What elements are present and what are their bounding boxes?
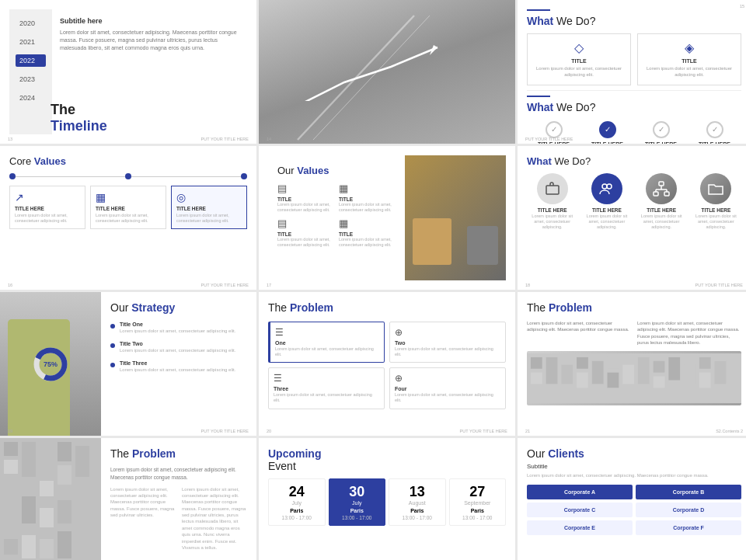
client-b[interactable]: Corporate B [636, 485, 741, 499]
dot-line-2 [131, 176, 241, 177]
year-2021[interactable]: 2021 [16, 36, 46, 48]
clients-label: Clients [548, 447, 584, 460]
svg-rect-24 [608, 372, 619, 388]
strategy-item-1: Title One Lorem ipsum dolor sit amet, co… [110, 322, 247, 335]
svg-rect-43 [4, 500, 18, 523]
problem-large-photo [0, 438, 101, 560]
footer-put: PUT YOUR TITLE HERE [201, 137, 249, 141]
icon-text-1: Lorem ipsum dolor sit amet, consectetuer… [532, 66, 626, 78]
client-e[interactable]: Corporate E [527, 520, 633, 535]
footer-put-20: PUT YOUR TITLE HERE [460, 429, 507, 433]
check-circle-2: ✓ [599, 121, 616, 138]
chart-icon: ▦ [96, 191, 161, 203]
stairs-photo [259, 0, 515, 144]
briefcase-icon [544, 180, 561, 197]
problem-icon-2: ⊕ [395, 327, 500, 338]
what-title-2: What We Do? [527, 101, 741, 113]
circle-item-2: TITLE HERE Lorem ipsum dolor sit amet, c… [581, 173, 632, 230]
svg-rect-39 [40, 481, 54, 496]
donut-chart: 75% [31, 345, 70, 384]
event-city-3: Paris [394, 508, 441, 513]
footer-put-19: PUT YOUR TITLE HERE [201, 429, 249, 433]
the3-label: The [527, 301, 546, 314]
year-2022[interactable]: 2022 [16, 54, 46, 67]
client-d[interactable]: Corporate D [636, 503, 741, 517]
icon-card-1: ◇ TITLE Lorem ipsum dolor sit amet, cons… [527, 33, 631, 85]
events-row: 24 July Paris 13:00 - 17:00 30 July Pari… [268, 478, 506, 526]
svg-rect-23 [608, 357, 619, 368]
s-title-2: Title Two [120, 341, 235, 346]
prob2-text1: Lorem ipsum dolor sit amet, consectetuer… [527, 320, 631, 333]
strategy-item-2: Title Two Lorem ipsum dolor sit amet, co… [110, 341, 247, 354]
footer-s2-21: S2.Contents 2 [716, 429, 743, 433]
cell-upcoming-event: Upcoming Event 24 July Paris 13:00 - 17:… [259, 438, 515, 560]
prob2-col1: Lorem ipsum dolor sit amet, consectetuer… [527, 320, 631, 346]
s-text-2: Lorem ipsum dolor sit amet, consectetuer… [120, 348, 235, 354]
blue-divider-2 [527, 96, 550, 97]
problem-label-3: Three [274, 386, 379, 391]
year-2020[interactable]: 2020 [16, 17, 46, 30]
dot-1 [9, 173, 16, 179]
strategy-item-content-1: Title One Lorem ipsum dolor sit amet, co… [120, 322, 235, 335]
circ-title-4: TITLE HERE [691, 207, 741, 213]
what-we-do-checks-section: What We Do? ✓ TITLE HERE Lorem ipsum dol… [527, 90, 741, 144]
check-title-3: TITLE HERE [634, 141, 688, 144]
value-card-2: ▦ TITLE HERE Lorem ipsum dolor sit amet,… [90, 186, 166, 229]
problem-item-2: ⊕ Two Lorem ipsum dolor sit amet, consec… [389, 322, 506, 363]
svg-rect-21 [577, 372, 588, 388]
cell-footer-13: 13 [8, 137, 12, 141]
client-c[interactable]: Corporate C [527, 503, 633, 517]
cell-core-values: Core Values ↗ TITLE HERE Lorem ipsum dol… [0, 146, 256, 290]
timeline-the: The [51, 102, 75, 117]
check-item-2: ✓ TITLE HERE Lorem ipsum dolor sit amet [580, 121, 634, 144]
event-city-2: Paris [334, 508, 381, 513]
svg-rect-25 [622, 364, 634, 384]
problem3-label: Problem [132, 447, 176, 460]
val-icon-2: ▦ [339, 183, 348, 194]
clients-heading: Our Clients [527, 447, 741, 460]
svg-rect-17 [531, 372, 542, 384]
cell-what-we-do-circles: What We Do? TITLE HERE Lorem ipsum dolor… [518, 146, 746, 290]
event-day-3: 13 [394, 484, 441, 500]
timeline-content: Subtitle here Lorem dolor sit amet, cons… [52, 9, 247, 134]
event-card-2[interactable]: 30 July Paris 13:00 - 17:00 [329, 478, 386, 526]
event-city-1: Paris [274, 508, 320, 513]
the2-label: The [268, 301, 287, 314]
year-2023[interactable]: 2023 [16, 73, 46, 85]
cell-num-18: 18 [525, 283, 530, 287]
event-card-3[interactable]: 13 August Paris 13:00 - 17:00 [389, 478, 446, 526]
problem-item-4: ⊕ Four Lorem ipsum dolor sit amet, conse… [389, 367, 506, 409]
circ-1 [537, 173, 568, 204]
event-card-1[interactable]: 24 July Paris 13:00 - 17:00 [268, 478, 326, 526]
diamond-icon-1: ◇ [532, 40, 626, 55]
what2-rest: We Do? [554, 155, 591, 167]
values-label: Values [297, 165, 329, 176]
client-f[interactable]: Corporate F [636, 520, 741, 535]
cell-num-17: 17 [267, 283, 271, 287]
problem-label-1: One [275, 340, 379, 346]
values-grid: ▤ TITLE Lorem ipsum dolor sit amet, cons… [277, 183, 396, 249]
problem2-label: Problem [549, 301, 592, 314]
event-city-4: Paris [455, 508, 501, 513]
clients-grid: Corporate A Corporate B Corporate C Corp… [527, 485, 741, 535]
client-a[interactable]: Corporate A [527, 485, 633, 499]
footer-put-16: PUT YOUR TITLE HERE [201, 283, 249, 287]
what-we-do-icons-section: What We Do? ◇ TITLE Lorem ipsum dolor si… [527, 9, 741, 85]
s-text-3: Lorem ipsum dolor sit amet, consectetuer… [120, 367, 235, 374]
circ-title-1: TITLE HERE [527, 207, 577, 213]
svg-rect-45 [40, 508, 54, 527]
diamond-icon-2: ◈ [643, 40, 736, 55]
val-item-4: ▦ TITLE Lorem ipsum dolor sit amet, cons… [339, 217, 396, 248]
year-2024[interactable]: 2024 [16, 92, 46, 104]
event-card-4[interactable]: 27 September Paris 13:00 - 17:00 [449, 478, 507, 526]
trend-arrow [298, 43, 465, 101]
check-circle-3: ✓ [653, 121, 670, 138]
person-shape-2 [467, 226, 498, 265]
svg-rect-30 [684, 364, 695, 384]
cell-our-values: Our Values ▤ TITLE Lorem ipsum dolor sit… [259, 146, 515, 290]
val-icon-4: ▦ [339, 217, 348, 229]
svg-rect-42 [75, 446, 89, 477]
core-label: Core [9, 155, 31, 167]
svg-rect-19 [561, 364, 573, 384]
timeline-word: Timeline [51, 118, 107, 134]
